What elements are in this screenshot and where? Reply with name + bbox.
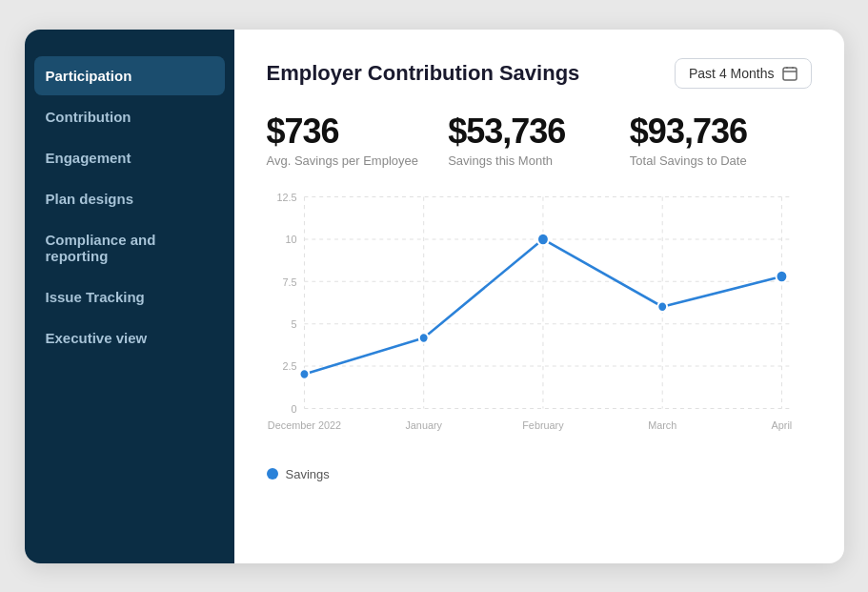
svg-rect-0 — [783, 68, 797, 80]
page-title: Employer Contribution Savings — [267, 61, 580, 86]
sidebar-item-contribution[interactable]: Contribution — [25, 97, 234, 136]
svg-point-25 — [537, 233, 549, 245]
stat-value: $93,736 — [630, 112, 812, 152]
legend-label: Savings — [286, 467, 330, 481]
sidebar: ParticipationContributionEngagementPlan … — [25, 30, 234, 563]
svg-text:February: February — [522, 418, 564, 430]
chart-legend: Savings — [267, 467, 812, 481]
stat-value: $53,736 — [448, 112, 630, 152]
chart-container: 12.5 10 7.5 5 2.5 0 December 2022 Januar… — [267, 187, 812, 541]
sidebar-item-issue-tracking[interactable]: Issue Tracking — [25, 277, 234, 316]
stat-label: Total Savings to Date — [630, 153, 812, 168]
svg-text:January: January — [405, 418, 442, 430]
sidebar-item-engagement[interactable]: Engagement — [25, 138, 234, 177]
svg-point-26 — [657, 301, 667, 312]
stat-block: $53,736 Savings this Month — [448, 112, 630, 168]
filter-button[interactable]: Past 4 Months — [675, 58, 812, 89]
main-content: Employer Contribution Savings Past 4 Mon… — [234, 30, 844, 563]
svg-text:2.5: 2.5 — [282, 359, 296, 371]
stat-label: Avg. Savings per Employee — [267, 153, 449, 168]
calendar-icon — [782, 66, 797, 81]
svg-text:5: 5 — [291, 317, 296, 329]
filter-label: Past 4 Months — [689, 66, 775, 81]
svg-text:April: April — [771, 418, 792, 430]
svg-point-23 — [299, 369, 309, 379]
legend-dot — [267, 468, 278, 480]
stat-value: $736 — [267, 112, 449, 152]
sidebar-item-plan-designs[interactable]: Plan designs — [25, 179, 234, 218]
stat-block: $93,736 Total Savings to Date — [630, 112, 812, 168]
main-card: ParticipationContributionEngagementPlan … — [25, 30, 844, 563]
sidebar-item-compliance[interactable]: Compliance and reporting — [25, 220, 234, 276]
svg-point-27 — [776, 270, 787, 282]
stat-block: $736 Avg. Savings per Employee — [267, 112, 449, 168]
svg-text:10: 10 — [285, 233, 296, 244]
svg-text:December 2022: December 2022 — [267, 418, 340, 430]
stat-label: Savings this Month — [448, 153, 630, 168]
svg-text:0: 0 — [291, 402, 296, 414]
sidebar-item-participation[interactable]: Participation — [34, 56, 225, 95]
stats-row: $736 Avg. Savings per Employee $53,736 S… — [267, 112, 812, 168]
sidebar-item-executive-view[interactable]: Executive view — [25, 318, 234, 357]
svg-text:March: March — [648, 418, 676, 430]
svg-text:12.5: 12.5 — [276, 191, 296, 202]
main-header: Employer Contribution Savings Past 4 Mon… — [267, 58, 812, 89]
line-chart: 12.5 10 7.5 5 2.5 0 December 2022 Januar… — [267, 187, 812, 454]
svg-text:7.5: 7.5 — [282, 276, 296, 287]
svg-point-24 — [418, 333, 428, 343]
